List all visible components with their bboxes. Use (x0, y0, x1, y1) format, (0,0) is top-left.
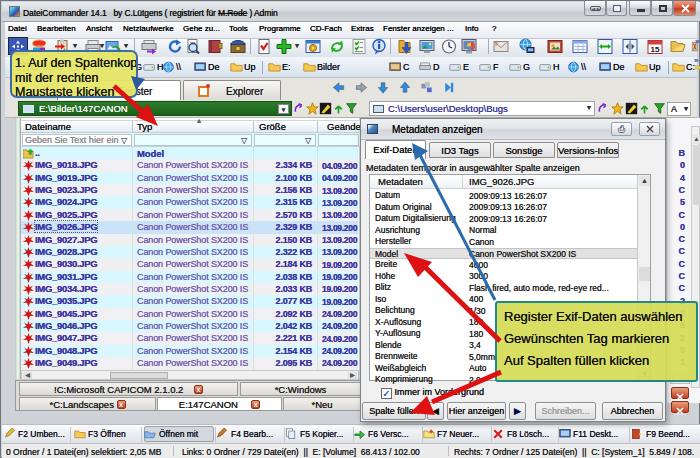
svg-text:15: 15 (651, 45, 660, 54)
